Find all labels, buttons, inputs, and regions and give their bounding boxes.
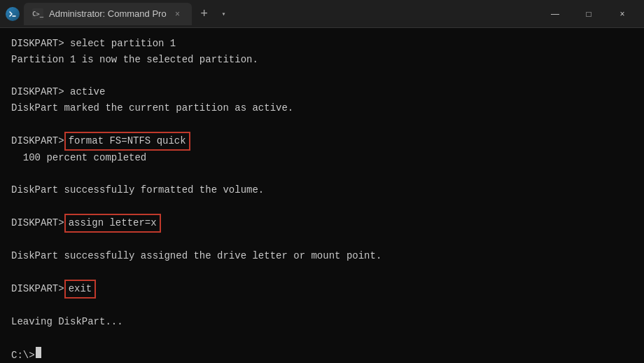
terminal-line <box>11 117 633 132</box>
prompt: DISKPART> <box>11 134 64 149</box>
cmd-icon: C>_ <box>32 8 43 20</box>
terminal-line: DISKPART>format FS=NTFS quick <box>11 133 633 149</box>
terminal-output[interactable]: DISKPART> select partition 1 Partition 1… <box>0 28 644 363</box>
terminal-line <box>11 299 633 313</box>
terminal-line: 100 percent completed <box>11 151 633 165</box>
app-icon <box>6 7 20 21</box>
output-text: 100 percent completed <box>11 151 146 165</box>
tab-dropdown-button[interactable]: ▾ <box>217 4 231 24</box>
titlebar: C>_ Administrator: Command Pro × + ▾ — □… <box>0 0 644 28</box>
tab-title: Administrator: Command Pro <box>49 8 167 19</box>
terminal-line: C:\> <box>11 347 633 363</box>
prompt: C:\> <box>11 348 35 363</box>
output-text: DiskPart successfully formatted the volu… <box>11 183 264 198</box>
tab-close-button[interactable]: × <box>172 8 183 20</box>
terminal-line: DISKPART> active <box>11 85 633 100</box>
prompt: DISKPART> <box>11 216 64 231</box>
terminal-line <box>11 233 633 247</box>
tab-area: C>_ Administrator: Command Pro × + ▾ <box>24 3 535 25</box>
cursor <box>36 347 41 358</box>
prompt: DISKPART> <box>11 85 70 100</box>
terminal-line <box>11 265 633 280</box>
terminal-line: DiskPart marked the current partition as… <box>11 101 633 116</box>
terminal-line <box>11 167 633 182</box>
window: C>_ Administrator: Command Pro × + ▾ — □… <box>0 0 644 363</box>
highlighted-command: assign letter=x <box>66 215 160 231</box>
output-text: DiskPart marked the current partition as… <box>11 101 293 116</box>
terminal-line: DISKPART>exit <box>11 281 633 297</box>
close-button[interactable]: × <box>606 3 638 25</box>
terminal-line: Leaving DiskPart... <box>11 315 633 329</box>
terminal-line <box>11 331 633 345</box>
highlighted-command: format FS=NTFS quick <box>66 133 189 149</box>
terminal-line: DISKPART>assign letter=x <box>11 215 633 231</box>
terminal-line: DiskPart successfully assigned the drive… <box>11 249 633 263</box>
highlighted-command: exit <box>66 281 95 297</box>
terminal-line: DISKPART> select partition 1 <box>11 36 633 51</box>
terminal-line: Partition 1 is now the selected partitio… <box>11 53 633 67</box>
prompt: DISKPART> <box>11 36 70 51</box>
terminal-line <box>11 69 633 83</box>
command-text: select partition 1 <box>70 36 176 51</box>
command-text: active <box>70 85 105 100</box>
terminal-line: DiskPart successfully formatted the volu… <box>11 183 633 198</box>
output-text: DiskPart successfully assigned the drive… <box>11 249 382 263</box>
output-text: Partition 1 is now the selected partitio… <box>11 53 258 67</box>
window-controls: — □ × <box>539 3 638 25</box>
new-tab-button[interactable]: + <box>195 4 214 24</box>
terminal-line <box>11 199 633 214</box>
minimize-button[interactable]: — <box>539 3 571 25</box>
active-tab[interactable]: C>_ Administrator: Command Pro × <box>24 3 192 25</box>
maximize-button[interactable]: □ <box>573 3 605 25</box>
prompt: DISKPART> <box>11 282 64 296</box>
output-text: Leaving DiskPart... <box>11 315 123 329</box>
